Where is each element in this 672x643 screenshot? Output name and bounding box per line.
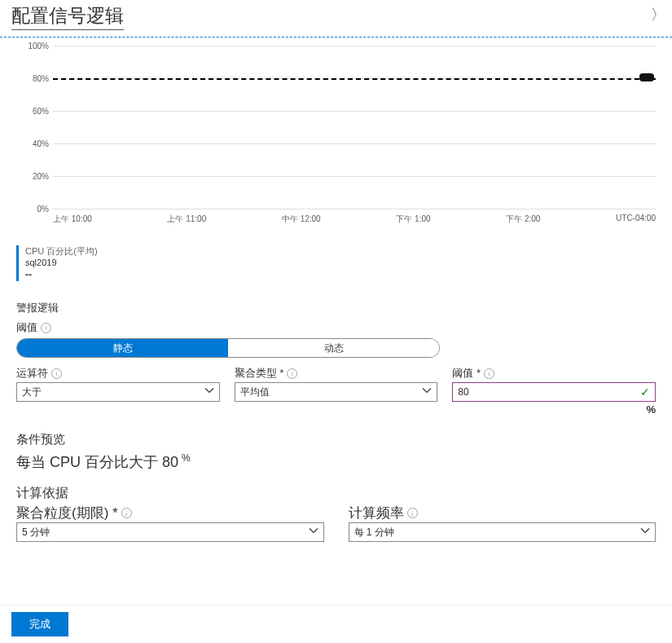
condition-preview-text: 每当 CPU 百分比大于 80% bbox=[16, 452, 656, 472]
info-icon[interactable]: i bbox=[407, 508, 418, 518]
granularity-label: 聚合粒度(期限) * i bbox=[16, 504, 132, 522]
chevron-down-icon bbox=[422, 386, 432, 399]
data-point bbox=[639, 73, 654, 81]
chevron-down-icon bbox=[204, 386, 214, 399]
checkmark-icon: ✓ bbox=[640, 385, 650, 399]
info-icon[interactable]: i bbox=[41, 323, 51, 333]
threshold-value-text: 80 bbox=[458, 386, 468, 398]
preview-suffix: % bbox=[182, 452, 191, 464]
threshold-label: 阈值 i bbox=[16, 320, 51, 335]
operator-value: 大于 bbox=[22, 385, 42, 399]
x-tick: 上午 10:00 bbox=[53, 214, 92, 231]
x-tick: 中午 12:00 bbox=[282, 214, 321, 231]
toggle-static[interactable]: 静态 bbox=[17, 339, 228, 357]
y-tick: 80% bbox=[33, 74, 49, 83]
preview-text-content: 每当 CPU 百分比大于 80 bbox=[16, 454, 178, 470]
granularity-label-text: 聚合粒度(期限) * bbox=[16, 504, 118, 522]
granularity-select[interactable]: 5 分钟 bbox=[16, 522, 324, 542]
panel-footer: 完成 bbox=[0, 605, 672, 643]
y-tick: 60% bbox=[33, 107, 49, 116]
threshold-value-label: 阈值 * i bbox=[452, 366, 494, 381]
y-tick: 0% bbox=[37, 205, 49, 214]
header-divider bbox=[0, 37, 672, 37]
operator-label: 运算符 i bbox=[16, 366, 62, 381]
info-icon[interactable]: i bbox=[484, 368, 494, 379]
x-tick: 下午 2:00 bbox=[506, 214, 540, 231]
chevron-down-icon bbox=[309, 526, 318, 539]
y-tick: 20% bbox=[33, 172, 49, 181]
chart-plot-area bbox=[53, 46, 656, 209]
aggregation-label: 聚合类型 * i bbox=[235, 366, 298, 381]
close-chevron-icon[interactable]: 〉 bbox=[651, 5, 665, 24]
threshold-suffix: % bbox=[452, 403, 656, 416]
aggregation-label-text: 聚合类型 * bbox=[235, 366, 284, 381]
operator-label-text: 运算符 bbox=[16, 366, 48, 381]
legend-resource: sql2019 bbox=[25, 257, 656, 268]
x-tick: 上午 11:00 bbox=[167, 214, 206, 231]
operator-select[interactable]: 大于 bbox=[16, 382, 220, 402]
info-icon[interactable]: i bbox=[287, 368, 297, 379]
threshold-value-input[interactable]: 80 ✓ bbox=[452, 382, 656, 402]
page-title: 配置信号逻辑 bbox=[11, 3, 124, 30]
threshold-line bbox=[53, 78, 656, 80]
chart-x-axis: 上午 10:00 上午 11:00 中午 12:00 下午 1:00 下午 2:… bbox=[53, 214, 656, 231]
x-tick: 下午 1:00 bbox=[396, 214, 430, 231]
toggle-dynamic[interactable]: 动态 bbox=[228, 339, 439, 357]
done-button[interactable]: 完成 bbox=[11, 612, 68, 636]
threshold-type-toggle[interactable]: 静态 动态 bbox=[16, 338, 440, 358]
frequency-value: 每 1 分钟 bbox=[354, 526, 394, 540]
frequency-select[interactable]: 每 1 分钟 bbox=[349, 522, 657, 542]
evaluation-title: 计算依据 bbox=[16, 485, 656, 502]
panel-header: 配置信号逻辑 〉 bbox=[0, 0, 672, 37]
condition-preview-title: 条件预览 bbox=[16, 432, 656, 447]
info-icon[interactable]: i bbox=[121, 508, 132, 518]
info-icon[interactable]: i bbox=[51, 368, 62, 379]
y-tick: 100% bbox=[28, 42, 49, 51]
threshold-value-label-text: 阈值 * bbox=[452, 366, 481, 381]
frequency-label-text: 计算频率 bbox=[349, 504, 404, 522]
threshold-label-text: 阈值 bbox=[16, 320, 37, 335]
frequency-label: 计算频率 i bbox=[349, 504, 418, 522]
chevron-down-icon bbox=[640, 526, 650, 539]
y-tick: 40% bbox=[33, 139, 49, 148]
granularity-value: 5 分钟 bbox=[22, 526, 50, 540]
x-tick: UTC-04:00 bbox=[616, 214, 656, 231]
aggregation-select[interactable]: 平均值 bbox=[235, 382, 438, 402]
legend-metric: CPU 百分比(平均) bbox=[25, 245, 656, 257]
chart-legend: CPU 百分比(平均) sql2019 -- bbox=[16, 245, 656, 281]
legend-value: -- bbox=[25, 269, 656, 282]
metric-chart: 100% 80% 60% 40% 20% 0% 上午 10:00 上午 11:0… bbox=[16, 46, 656, 217]
aggregation-value: 平均值 bbox=[240, 385, 270, 399]
alert-logic-title: 警报逻辑 bbox=[16, 301, 656, 315]
